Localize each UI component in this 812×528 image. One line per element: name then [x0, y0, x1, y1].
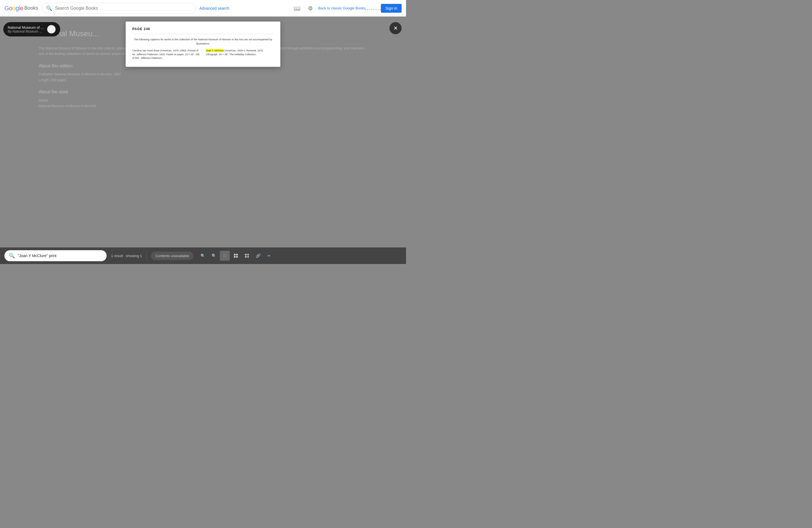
contents-unavailable-button[interactable]: Contents unavailable	[151, 252, 193, 260]
popup-intro-text: The following captions for works in the …	[132, 37, 274, 46]
grid-view-button[interactable]	[242, 251, 252, 261]
page-popup: PAGE 248 The following captions for work…	[126, 21, 280, 67]
google-books-logo[interactable]: Google Books	[4, 5, 38, 12]
book-label-pill: National Museum of ... By National Museu…	[3, 22, 60, 36]
sign-in-button[interactable]: Sign in	[381, 4, 402, 13]
bg-edition-text: Publisher: National Museum of Women in t…	[39, 72, 367, 83]
bg-author-label: Author National Museum of Women in the A…	[39, 98, 367, 109]
zoom-in-icon: 🔍	[212, 253, 216, 258]
header-icons: 📖 ⚙ Back to classic Google Books ……… Sig…	[292, 3, 402, 14]
scissors-button[interactable]: ✂	[264, 251, 274, 261]
popup-caption-2-highlight: Joan Y. McClure	[206, 49, 224, 52]
scissors-icon: ✂	[267, 253, 271, 258]
settings-icon-button[interactable]: ⚙	[305, 3, 316, 14]
popup-content: The following captions for works in the …	[132, 37, 274, 60]
popup-caption-1: Carolina Van Hook Bean (American, 1879–1…	[132, 49, 200, 60]
advanced-search-link[interactable]: Advanced search	[199, 6, 229, 11]
search-bar: 🔍	[41, 3, 196, 14]
close-popup-button[interactable]: ✕	[389, 22, 402, 34]
library-icon-button[interactable]: 📖	[292, 3, 303, 14]
bg-author-value: National Museum of Women in the Arts	[39, 104, 96, 108]
book-label-more-button[interactable]: ⋯	[47, 25, 56, 34]
popup-captions: Carolina Van Hook Bean (American, 1879–1…	[132, 49, 274, 60]
bottom-bar: 🔍 "Joan Y McClure" print 1 result · show…	[0, 247, 406, 264]
bottom-divider	[146, 252, 147, 260]
two-page-icon	[234, 254, 238, 258]
bg-about-work: About the work	[39, 88, 367, 96]
header: Google Books 🔍 Advanced search 📖 ⚙ Back …	[0, 0, 406, 17]
zoom-in-button[interactable]: 🔍	[209, 251, 219, 261]
books-wordmark: Books	[24, 5, 38, 11]
bottom-search-icon: 🔍	[9, 253, 15, 259]
back-to-classic-link[interactable]: Back to classic Google Books	[318, 6, 365, 10]
bottom-search-text: "Joan Y McClure" print	[18, 253, 102, 258]
bottom-icon-group: 🔍 🔍 □ 🔗 ✂	[198, 251, 274, 261]
grid-view-icon	[245, 254, 249, 258]
bottom-result-text: 1 result · showing 1	[111, 254, 142, 258]
zoom-out-icon: 🔍	[201, 253, 205, 258]
apps-icon-button[interactable]: ………	[367, 3, 379, 14]
single-page-button[interactable]: □	[220, 251, 230, 261]
popup-page-label: PAGE 248	[132, 27, 274, 34]
zoom-out-button[interactable]: 🔍	[198, 251, 208, 261]
bottom-search-area: 🔍 "Joan Y McClure" print	[4, 250, 106, 261]
book-label-text: National Museum of ... By National Museu…	[8, 25, 44, 33]
link-button[interactable]: 🔗	[253, 251, 263, 261]
single-page-icon: □	[224, 253, 226, 258]
book-label-author: By National Museum ...	[8, 30, 44, 33]
link-icon: 🔗	[256, 253, 260, 258]
search-input[interactable]	[55, 6, 191, 11]
popup-caption-1-text: Carolina Van Hook Bean (American, 1879–1…	[132, 49, 199, 59]
two-page-button[interactable]	[231, 251, 241, 261]
book-label-title: National Museum of ...	[8, 25, 44, 30]
popup-caption-2: Joan Y. McClure (American, 1934–). Renew…	[206, 49, 274, 60]
search-icon: 🔍	[46, 5, 52, 11]
